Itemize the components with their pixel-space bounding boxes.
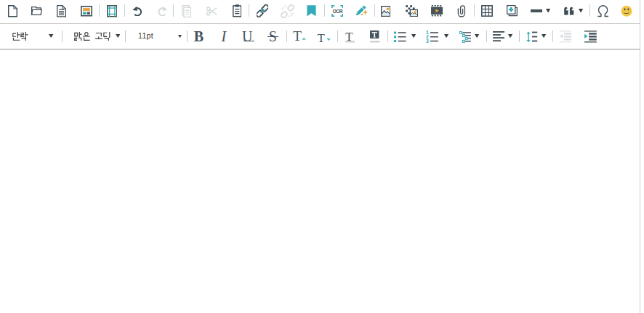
- svg-text:OCR: OCR: [332, 9, 342, 14]
- svg-text:3: 3: [426, 38, 429, 43]
